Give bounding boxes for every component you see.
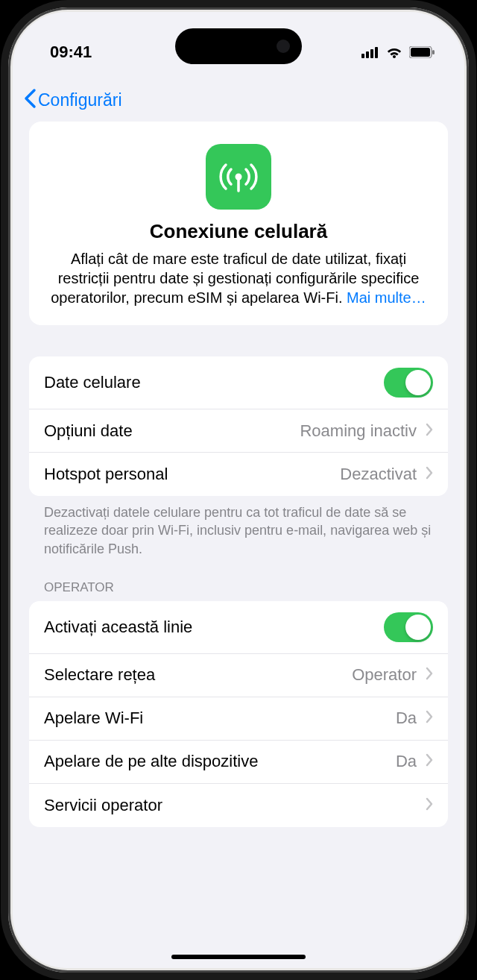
wifi-calling-label: Apelare Wi-Fi [44, 709, 396, 728]
chevron-right-icon [426, 796, 433, 815]
group1-footer: Dezactivați datele celulare pentru ca to… [29, 496, 448, 580]
chevron-left-icon [23, 88, 37, 113]
hero-card: Conexiune celulară Aflați cât de mare es… [29, 122, 448, 325]
phone-frame: 09:41 Configurări [1, 0, 476, 980]
cellular-signal-icon [361, 46, 379, 58]
back-label: Configurări [38, 90, 122, 110]
network-selection-label: Selectare rețea [44, 665, 352, 685]
chevron-right-icon [426, 752, 433, 771]
status-time: 09:41 [50, 43, 92, 62]
data-options-value: Roaming inactiv [300, 421, 417, 441]
operator-section-header: OPERATOR [29, 580, 448, 601]
scroll-area[interactable]: Conexiune celulară Aflați cât de mare es… [13, 122, 464, 827]
activate-line-row[interactable]: Activați această linie [29, 601, 448, 654]
back-button[interactable]: Configurări [23, 88, 122, 113]
carrier-services-row[interactable]: Servicii operator [29, 784, 448, 827]
hero-title: Conexiune celulară [47, 220, 430, 243]
activate-line-label: Activați această linie [44, 618, 384, 637]
navigation-bar: Configurări [13, 82, 464, 122]
network-selection-value: Operator [352, 665, 417, 685]
other-devices-label: Apelare de pe alte dispozitive [44, 752, 396, 771]
settings-group-data: Date celulare Opțiuni date Roaming inact… [29, 356, 448, 496]
chevron-right-icon [426, 421, 433, 441]
screen: 09:41 Configurări [13, 12, 464, 968]
data-options-row[interactable]: Opțiuni date Roaming inactiv [29, 409, 448, 453]
toggle-knob [405, 615, 431, 640]
wifi-calling-value: Da [396, 709, 417, 728]
hotspot-value: Dezactivat [340, 465, 417, 484]
svg-rect-2 [370, 49, 373, 58]
chevron-right-icon [426, 709, 433, 728]
learn-more-link[interactable]: Mai multe… [347, 289, 426, 306]
svg-rect-6 [432, 50, 435, 54]
content-area: Configurări Conexi [13, 12, 464, 968]
cellular-data-row[interactable]: Date celulare [29, 356, 448, 409]
toggle-knob [405, 370, 431, 395]
svg-rect-3 [375, 47, 378, 58]
hotspot-row[interactable]: Hotspot personal Dezactivat [29, 453, 448, 496]
wifi-icon [385, 45, 403, 59]
camera-dot [277, 40, 290, 53]
hotspot-label: Hotspot personal [44, 465, 340, 484]
hero-description: Aflați cât de mare este traficul de date… [47, 249, 430, 307]
wifi-calling-row[interactable]: Apelare Wi-Fi Da [29, 697, 448, 741]
cellular-icon [206, 144, 271, 210]
cellular-data-label: Date celulare [44, 373, 384, 392]
dynamic-island [175, 28, 302, 64]
svg-rect-5 [411, 48, 430, 57]
carrier-services-label: Servicii operator [44, 796, 417, 815]
cellular-data-toggle[interactable] [384, 368, 433, 398]
chevron-right-icon [426, 465, 433, 484]
network-selection-row[interactable]: Selectare rețea Operator [29, 654, 448, 697]
status-icons [361, 45, 435, 59]
battery-icon [409, 46, 435, 58]
activate-line-toggle[interactable] [384, 612, 433, 642]
data-options-label: Opțiuni date [44, 421, 300, 441]
svg-rect-0 [361, 54, 364, 58]
settings-group-operator: Activați această linie Selectare rețea O… [29, 601, 448, 827]
other-devices-value: Da [396, 752, 417, 771]
chevron-right-icon [426, 665, 433, 685]
home-indicator[interactable] [171, 955, 306, 959]
other-devices-row[interactable]: Apelare de pe alte dispozitive Da [29, 741, 448, 784]
svg-rect-1 [366, 51, 369, 58]
